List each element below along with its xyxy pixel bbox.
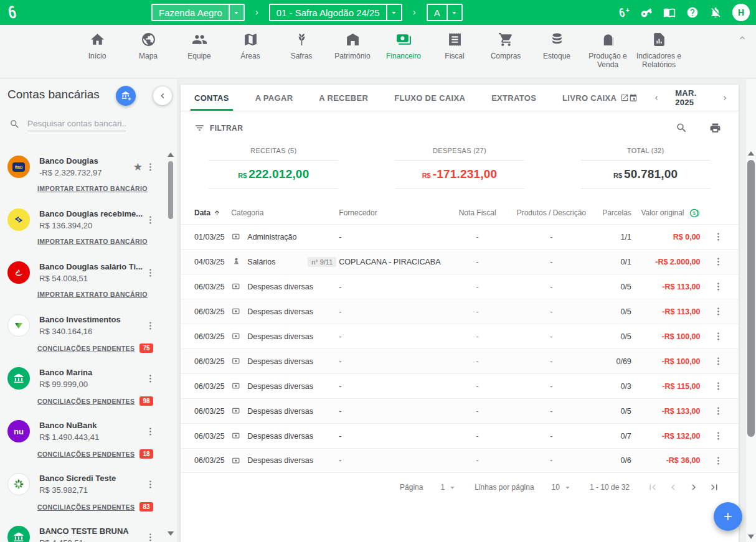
- kebab-menu-icon[interactable]: [145, 479, 156, 490]
- star-icon[interactable]: ★: [133, 161, 143, 174]
- kebab-menu-icon[interactable]: [145, 268, 156, 278]
- table-row[interactable]: 01/03/25 Administração - - - 1/1 R$ 0,00: [181, 224, 739, 249]
- bank-account-item[interactable]: BANCO TESTE BRUNA R$ 4.459,51 ★: [0, 519, 161, 542]
- account-action-link[interactable]: IMPORTAR EXTRATO BANCÁRIO: [37, 238, 148, 245]
- nav-item[interactable]: Fiscal: [431, 32, 478, 61]
- account-action-link[interactable]: IMPORTAR EXTRATO BANCÁRIO: [37, 185, 148, 192]
- nav-item[interactable]: Estoque: [533, 32, 580, 61]
- table-row[interactable]: 06/03/25 Despesas diversas - - - 0/69 -R…: [181, 348, 739, 373]
- nav-item[interactable]: Compras: [482, 32, 529, 61]
- last-page-button[interactable]: [709, 482, 720, 493]
- nav-item[interactable]: Indicadores e Relatórios: [635, 32, 683, 70]
- farm-selector[interactable]: Fazenda Aegro: [151, 4, 245, 21]
- tab[interactable]: A PAGAR: [255, 85, 293, 111]
- table-row[interactable]: 06/03/25 Despesas diversas - - - 0/5 -R$…: [181, 324, 739, 348]
- scroll-up-arrow[interactable]: [748, 151, 754, 156]
- account-action-link[interactable]: CONCILIAÇÕES PENDENTES: [37, 503, 135, 511]
- row-kebab-menu-icon[interactable]: [713, 381, 724, 391]
- nav-item[interactable]: Áreas: [227, 32, 274, 61]
- main-scrollbar[interactable]: [745, 79, 756, 542]
- nav-item[interactable]: Início: [73, 32, 121, 61]
- row-kebab-menu-icon[interactable]: [713, 331, 724, 342]
- row-kebab-menu-icon[interactable]: [713, 406, 724, 416]
- next-page-button[interactable]: [688, 482, 699, 493]
- filter-button[interactable]: FILTRAR: [194, 123, 243, 133]
- row-kebab-menu-icon[interactable]: [713, 431, 724, 441]
- nav-item[interactable]: Patrimônio: [329, 32, 376, 61]
- row-kebab-menu-icon[interactable]: [713, 231, 724, 242]
- table-row[interactable]: 06/03/25 Despesas diversas - - - 0/5 -R$…: [181, 274, 739, 299]
- scroll-up-arrow[interactable]: [168, 152, 174, 157]
- rows-per-page-select[interactable]: 10: [552, 483, 572, 492]
- table-row[interactable]: 06/03/25 Despesas diversas - - - 0/6 -R$…: [181, 448, 739, 473]
- calendar-icon[interactable]: [629, 92, 638, 104]
- bank-account-item[interactable]: Banco Douglas salário Ti... R$ 54.008,51…: [0, 255, 161, 307]
- tab[interactable]: FLUXO DE CAIXA: [394, 85, 465, 111]
- key-icon[interactable]: [640, 6, 653, 19]
- bank-account-item[interactable]: nu Banco NuBank R$ 1.490.443,41 ★ CONCIL…: [0, 413, 161, 466]
- sidebar-collapse-button[interactable]: [153, 86, 172, 105]
- account-selector[interactable]: A: [427, 4, 463, 21]
- table-row[interactable]: 06/03/25 Despesas diversas - - - 0/3 -R$…: [181, 373, 739, 398]
- row-kebab-menu-icon[interactable]: [713, 356, 724, 367]
- column-header-data[interactable]: Data: [194, 208, 231, 217]
- next-month-button[interactable]: [721, 93, 729, 103]
- season-selector[interactable]: 01 - Safra Algodão 24/25: [269, 4, 402, 21]
- scroll-down-arrow[interactable]: [748, 535, 754, 539]
- nav-item[interactable]: Produção e Venda: [584, 32, 631, 70]
- previous-page-button[interactable]: [668, 482, 679, 493]
- kebab-menu-icon[interactable]: [145, 532, 156, 542]
- row-kebab-menu-icon[interactable]: [713, 306, 724, 317]
- add-bank-account-button[interactable]: [116, 86, 136, 106]
- row-kebab-menu-icon[interactable]: [713, 256, 724, 267]
- account-action-link[interactable]: IMPORTAR EXTRATO BANCÁRIO: [37, 291, 148, 298]
- scrollbar-thumb[interactable]: [747, 160, 755, 437]
- column-header-categoria[interactable]: Categoria: [231, 208, 339, 217]
- bank-account-item[interactable]: Banco Investimentos R$ 340.164,16 ★ CONC…: [0, 307, 161, 360]
- search-icon[interactable]: [676, 122, 687, 134]
- nav-item[interactable]: Financeiro: [380, 32, 427, 61]
- tab[interactable]: EXTRATOS: [491, 85, 536, 111]
- column-header-fornecedor[interactable]: Fornecedor: [339, 208, 447, 217]
- kebab-menu-icon[interactable]: [145, 373, 156, 384]
- column-header-valor[interactable]: Valor original $: [631, 207, 701, 219]
- nav-item[interactable]: Mapa: [125, 32, 172, 61]
- help-icon[interactable]: [686, 6, 699, 19]
- table-row[interactable]: 06/03/25 Despesas diversas - - - 0/7 -R$…: [181, 423, 739, 448]
- row-kebab-menu-icon[interactable]: [713, 456, 724, 466]
- add-farm-icon[interactable]: ∂+: [619, 7, 630, 19]
- avatar[interactable]: H: [732, 4, 750, 21]
- row-kebab-menu-icon[interactable]: [713, 281, 724, 292]
- tab[interactable]: CONTAS: [194, 85, 229, 111]
- table-row[interactable]: 06/03/25 Despesas diversas - - - 0/5 -R$…: [181, 299, 739, 324]
- nav-item[interactable]: Safras: [278, 32, 325, 61]
- previous-month-button[interactable]: [653, 93, 660, 103]
- chevron-up-icon[interactable]: [737, 33, 747, 43]
- book-icon[interactable]: [663, 6, 676, 19]
- kebab-menu-icon[interactable]: [145, 215, 156, 225]
- bank-account-item[interactable]: Banco Sicredi Teste R$ 35.982,71 ★ CONCI…: [0, 466, 161, 519]
- tab[interactable]: LIVRO CAIXA: [562, 85, 629, 111]
- table-row[interactable]: 06/03/25 Despesas diversas - - - 0/5 -R$…: [181, 398, 739, 423]
- tab[interactable]: A RECEBER: [319, 85, 368, 111]
- kebab-menu-icon[interactable]: [145, 426, 156, 437]
- account-action-link[interactable]: CONCILIAÇÕES PENDENTES: [37, 398, 135, 405]
- kebab-menu-icon[interactable]: [145, 320, 156, 331]
- bank-account-item[interactable]: Itaú Banco Douglas -R$ 2.329.732,97 ★ IM…: [0, 149, 161, 202]
- bank-account-item[interactable]: Banco Douglas recebime... R$ 136.394,20 …: [0, 202, 161, 255]
- print-icon[interactable]: [709, 122, 721, 134]
- scroll-down-arrow[interactable]: [168, 531, 174, 536]
- column-header-parcelas[interactable]: Parcelas: [595, 208, 631, 217]
- first-page-button[interactable]: [647, 482, 658, 493]
- sidebar-scrollbar[interactable]: [166, 149, 176, 542]
- nav-item[interactable]: Equipe: [176, 32, 223, 61]
- bank-account-item[interactable]: Banco Marina R$ 99.999,00 ★ CONCILIAÇÕES…: [0, 360, 161, 413]
- account-action-link[interactable]: CONCILIAÇÕES PENDENTES: [37, 451, 135, 458]
- search-input[interactable]: [27, 116, 126, 131]
- notifications-off-icon[interactable]: [709, 6, 722, 19]
- kebab-menu-icon[interactable]: [145, 162, 156, 172]
- add-transaction-fab[interactable]: [714, 502, 742, 531]
- scrollbar-thumb[interactable]: [168, 161, 173, 219]
- chevron-down-icon[interactable]: [447, 5, 461, 20]
- column-header-nota-fiscal[interactable]: Nota Fiscal: [447, 208, 508, 217]
